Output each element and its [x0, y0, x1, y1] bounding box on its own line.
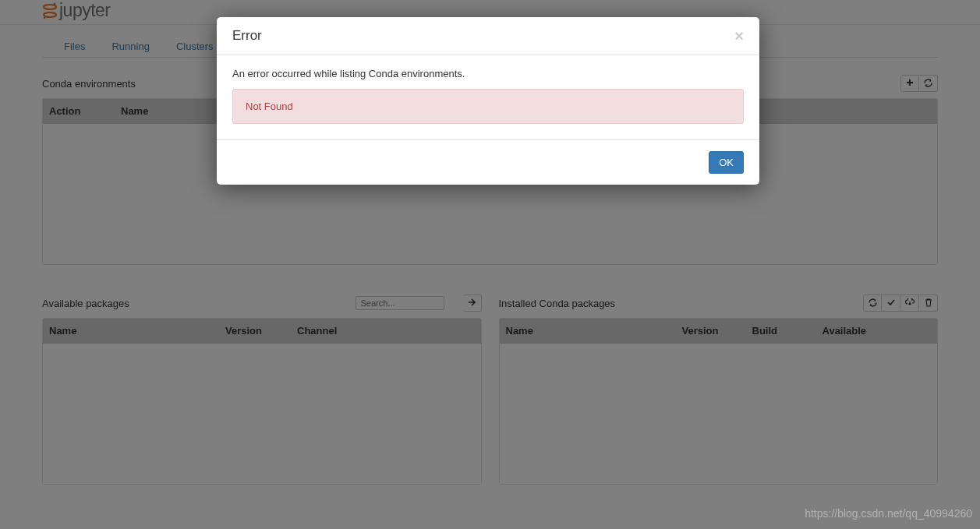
error-modal: Error × An error occurred while listing …	[217, 17, 759, 185]
modal-title: Error	[232, 28, 262, 44]
ok-button[interactable]: OK	[709, 151, 744, 174]
modal-header: Error ×	[217, 17, 759, 55]
close-icon[interactable]: ×	[734, 28, 744, 44]
watermark: https://blog.csdn.net/qq_40994260	[805, 507, 972, 520]
error-alert: Not Found	[232, 89, 744, 124]
modal-body: An error occurred while listing Conda en…	[217, 55, 759, 139]
modal-message: An error occurred while listing Conda en…	[232, 68, 744, 79]
modal-footer: OK	[217, 139, 759, 185]
